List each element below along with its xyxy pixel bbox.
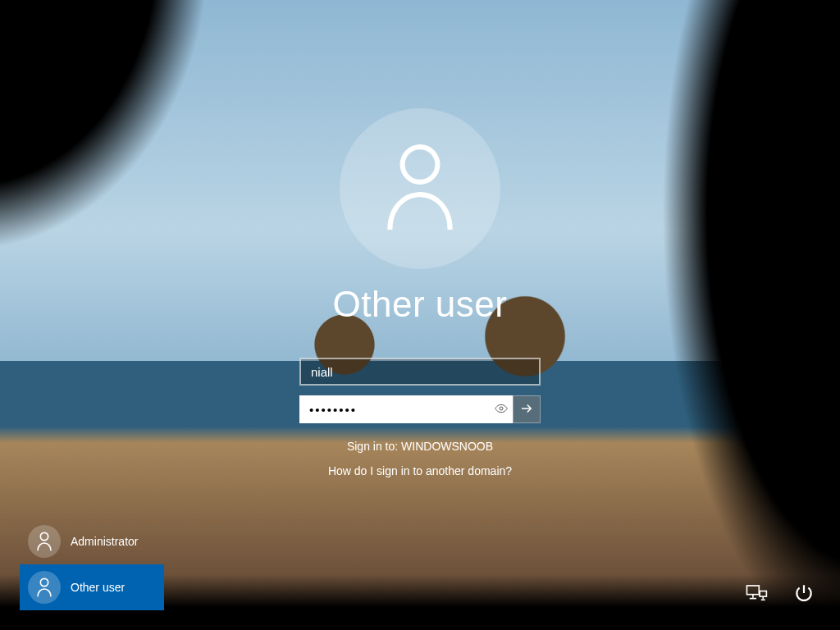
eye-icon (495, 404, 508, 416)
username-input[interactable] (299, 358, 541, 386)
user-switcher: Administrator Other user (20, 518, 164, 610)
arrow-right-icon (519, 401, 534, 418)
submit-button[interactable] (513, 395, 541, 423)
password-row (299, 395, 541, 423)
svg-point-1 (500, 407, 503, 410)
svg-point-2 (40, 532, 48, 540)
user-icon (28, 571, 61, 604)
power-icon (793, 582, 815, 606)
login-title: Other user (248, 284, 592, 325)
svg-rect-5 (760, 591, 766, 596)
user-item-label: Other user (71, 581, 125, 594)
user-icon (28, 525, 61, 558)
password-input[interactable] (299, 395, 513, 423)
network-button[interactable] (740, 578, 773, 610)
login-panel: Other user Sign in to: WINDOWSNOOB How d… (248, 108, 592, 489)
user-item-administrator[interactable]: Administrator (20, 518, 164, 564)
svg-point-3 (40, 578, 48, 586)
network-icon (745, 583, 768, 605)
user-icon (381, 142, 459, 235)
user-item-other-user[interactable]: Other user (20, 564, 164, 610)
reveal-password-button[interactable] (490, 395, 513, 423)
utility-bar (740, 578, 820, 610)
svg-rect-4 (746, 585, 759, 594)
svg-point-0 (403, 147, 438, 182)
user-item-label: Administrator (71, 535, 138, 548)
domain-help-link[interactable]: How do I sign in to another domain? (248, 464, 592, 477)
user-avatar (340, 108, 500, 269)
power-button[interactable] (788, 578, 820, 610)
sign-in-domain-label: Sign in to: WINDOWSNOOB (248, 440, 592, 453)
